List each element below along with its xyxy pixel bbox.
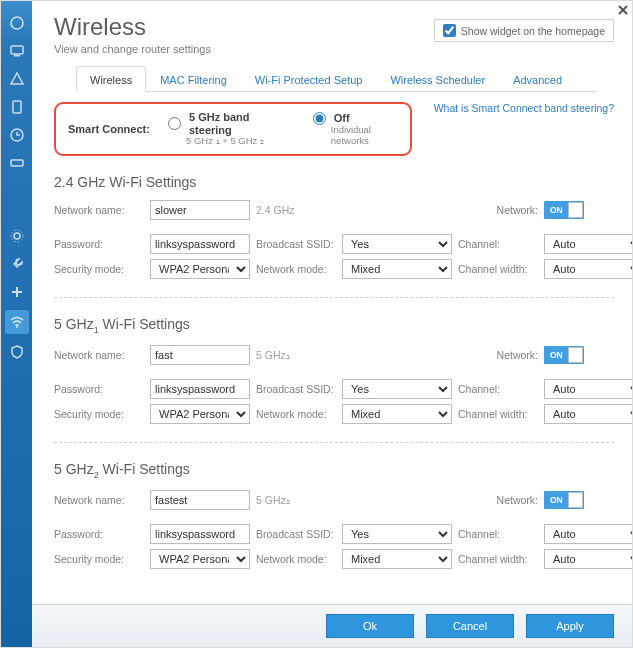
sidebar-alert-icon[interactable] — [7, 69, 27, 89]
svg-rect-5 — [11, 160, 23, 166]
sidebar-wifi-icon[interactable] — [5, 310, 29, 334]
tab-wireless-scheduler[interactable]: Wireless Scheduler — [376, 66, 499, 92]
network-mode-select[interactable]: Mixed — [342, 404, 452, 424]
sidebar-clipboard-icon[interactable] — [7, 97, 27, 117]
network-name-label: Network name: — [54, 494, 144, 506]
ok-button[interactable]: Ok — [326, 614, 414, 638]
sidebar-clock-icon[interactable] — [7, 125, 27, 145]
band-title: 5 GHz1 Wi-Fi Settings — [54, 316, 614, 335]
band-freq-label: 5 GHz₁ — [256, 349, 336, 361]
network-name-label: Network name: — [54, 204, 144, 216]
sidebar-storage-icon[interactable] — [7, 153, 27, 173]
svg-rect-1 — [11, 46, 23, 54]
network-name-label: Network name: — [54, 349, 144, 361]
network-toggle-label: Network: — [458, 349, 538, 361]
svg-point-8 — [16, 326, 18, 328]
channel-select[interactable]: Auto — [544, 524, 632, 544]
security-mode-select[interactable]: WPA2 Personal — [150, 259, 250, 279]
footer: Ok Cancel Apply — [32, 604, 632, 647]
network-toggle[interactable]: ON — [544, 491, 584, 509]
sc-opt2-sub: Individual networks — [331, 125, 398, 147]
security-mode-select[interactable]: WPA2 Personal — [150, 404, 250, 424]
channel-label: Channel: — [458, 528, 538, 540]
security-mode-select[interactable]: WPA2 Personal — [150, 549, 250, 569]
channel-width-select[interactable]: Auto — [544, 404, 632, 424]
smart-connect-label: Smart Connect: — [68, 123, 158, 135]
sidebar-gauge-icon[interactable] — [7, 13, 27, 33]
band-section-0: 2.4 GHz Wi-Fi Settings Network name: 2.4… — [54, 174, 614, 279]
broadcast-ssid-select[interactable]: Yes — [342, 234, 452, 254]
channel-select[interactable]: Auto — [544, 234, 632, 254]
channel-width-select[interactable]: Auto — [544, 259, 632, 279]
network-toggle[interactable]: ON — [544, 346, 584, 364]
channel-width-select[interactable]: Auto — [544, 549, 632, 569]
network-name-input[interactable] — [150, 200, 250, 220]
broadcast-ssid-label: Broadcast SSID: — [256, 383, 336, 395]
channel-select[interactable]: Auto — [544, 379, 632, 399]
security-mode-label: Security mode: — [54, 263, 144, 275]
smart-connect-help-link[interactable]: What is Smart Connect band steering? — [434, 102, 614, 114]
tab-bar: Wireless MAC Filtering Wi-Fi Protected S… — [76, 65, 596, 92]
broadcast-ssid-label: Broadcast SSID: — [256, 528, 336, 540]
show-widget-label: Show widget on the homepage — [461, 25, 605, 37]
svg-rect-2 — [14, 55, 20, 57]
sidebar-shield-icon[interactable] — [7, 342, 27, 362]
band-divider — [54, 442, 614, 443]
sidebar-tool-icon[interactable] — [7, 254, 27, 274]
sidebar-plus-icon[interactable] — [7, 282, 27, 302]
sc-opt1-sub: 5 GHz ₁ + 5 GHz ₂ — [186, 136, 277, 147]
band-divider — [54, 297, 614, 298]
band-title: 2.4 GHz Wi-Fi Settings — [54, 174, 614, 190]
svg-point-6 — [14, 233, 20, 239]
band-freq-label: 2.4 GHz — [256, 204, 336, 216]
band-section-2: 5 GHz2 Wi-Fi Settings Network name: 5 GH… — [54, 461, 614, 569]
sidebar — [1, 1, 32, 647]
network-name-input[interactable] — [150, 490, 250, 510]
sc-opt2-title: Off — [334, 112, 350, 125]
band-section-1: 5 GHz1 Wi-Fi Settings Network name: 5 GH… — [54, 316, 614, 424]
channel-label: Channel: — [458, 238, 538, 250]
security-mode-label: Security mode: — [54, 408, 144, 420]
password-input[interactable] — [150, 234, 250, 254]
broadcast-ssid-label: Broadcast SSID: — [256, 238, 336, 250]
tab-advanced[interactable]: Advanced — [499, 66, 576, 92]
content-scroll[interactable]: Smart Connect: 5 GHz band steering 5 GHz… — [32, 92, 632, 604]
smart-connect-radio-steering[interactable] — [168, 117, 181, 130]
tab-wireless[interactable]: Wireless — [76, 66, 146, 92]
network-toggle-label: Network: — [458, 204, 538, 216]
show-widget-input[interactable] — [443, 24, 456, 37]
network-mode-select[interactable]: Mixed — [342, 549, 452, 569]
tab-mac-filtering[interactable]: MAC Filtering — [146, 66, 241, 92]
network-toggle-label: Network: — [458, 494, 538, 506]
network-name-input[interactable] — [150, 345, 250, 365]
band-title: 5 GHz2 Wi-Fi Settings — [54, 461, 614, 480]
network-mode-label: Network mode: — [256, 263, 336, 275]
smart-connect-radio-off[interactable] — [313, 112, 326, 125]
sc-opt1-title: 5 GHz band steering — [189, 111, 277, 136]
smart-connect-opt-off[interactable]: Off Individual networks — [313, 112, 398, 147]
apply-button[interactable]: Apply — [526, 614, 614, 638]
band-freq-label: 5 GHz₂ — [256, 494, 336, 506]
broadcast-ssid-select[interactable]: Yes — [342, 379, 452, 399]
sidebar-gear-icon[interactable] — [7, 226, 27, 246]
security-mode-label: Security mode: — [54, 553, 144, 565]
cancel-button[interactable]: Cancel — [426, 614, 514, 638]
tab-wps[interactable]: Wi-Fi Protected Setup — [241, 66, 377, 92]
page-title: Wireless — [54, 13, 211, 41]
smart-connect-opt-steering[interactable]: 5 GHz band steering 5 GHz ₁ + 5 GHz ₂ — [168, 111, 277, 147]
channel-label: Channel: — [458, 383, 538, 395]
channel-width-label: Channel width: — [458, 553, 538, 565]
password-input[interactable] — [150, 379, 250, 399]
svg-point-7 — [11, 230, 23, 242]
svg-rect-3 — [13, 101, 21, 113]
password-label: Password: — [54, 383, 144, 395]
network-mode-label: Network mode: — [256, 408, 336, 420]
password-label: Password: — [54, 528, 144, 540]
show-widget-checkbox[interactable]: Show widget on the homepage — [434, 19, 614, 42]
broadcast-ssid-select[interactable]: Yes — [342, 524, 452, 544]
password-input[interactable] — [150, 524, 250, 544]
network-toggle[interactable]: ON — [544, 201, 584, 219]
page-subtitle: View and change router settings — [54, 43, 211, 55]
network-mode-select[interactable]: Mixed — [342, 259, 452, 279]
sidebar-devices-icon[interactable] — [7, 41, 27, 61]
